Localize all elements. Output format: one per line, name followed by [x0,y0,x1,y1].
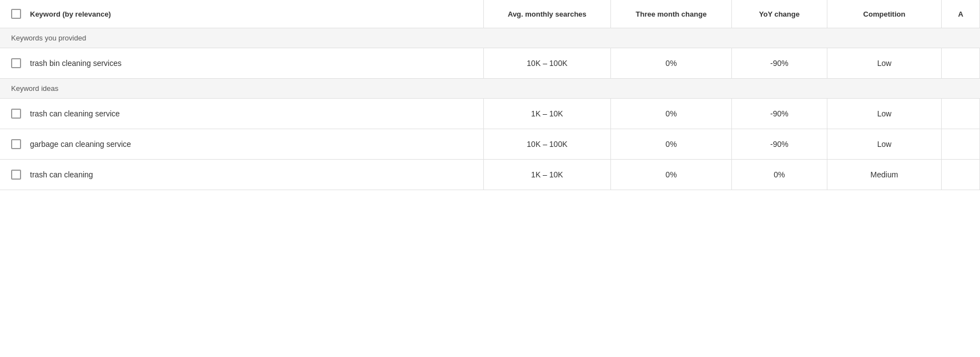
competition: Medium [827,160,941,190]
keyword-text: trash can cleaning service [30,109,120,118]
competition: Low [827,99,941,129]
keyword-cell: trash bin cleaning services [0,48,483,79]
keyword-col-header-label: Keyword (by relevance) [30,10,111,18]
keyword-cell: trash can cleaning [0,160,483,190]
row-checkbox[interactable] [11,58,21,68]
keyword-text: trash bin cleaning services [30,59,122,68]
yoy-change: -90% [731,99,827,129]
avg-monthly-searches: 1K – 10K [483,99,610,129]
keyword-cell: trash can cleaning service [0,99,483,129]
three-month-change: 0% [611,48,732,79]
table-row: trash can cleaning1K – 10K0%0%Medium [0,160,980,190]
competition: Low [827,129,941,160]
section-title-1: Keyword ideas [0,79,980,99]
header-competition-col: Competition [827,0,941,28]
extra-col-cell [942,48,980,79]
table-row: garbage can cleaning service10K – 100K0%… [0,129,980,160]
row-checkbox[interactable] [11,109,21,119]
yoy-change: 0% [731,160,827,190]
yoy-change: -90% [731,48,827,79]
header-yoy-col: YoY change [731,0,827,28]
three-month-change: 0% [611,99,732,129]
section-header-1: Keyword ideas [0,79,980,99]
avg-monthly-searches: 10K – 100K [483,129,610,160]
keyword-cell: garbage can cleaning service [0,129,483,160]
header-extra-col: A [942,0,980,28]
avg-monthly-searches: 1K – 10K [483,160,610,190]
table-body: Keywords you providedtrash bin cleaning … [0,28,980,190]
select-all-checkbox[interactable] [11,9,21,19]
keyword-table-container: Keyword (by relevance) Avg. monthly sear… [0,0,980,190]
extra-col-cell [942,99,980,129]
yoy-change: -90% [731,129,827,160]
competition: Low [827,48,941,79]
section-header-0: Keywords you provided [0,28,980,48]
table-header-row: Keyword (by relevance) Avg. monthly sear… [0,0,980,28]
keyword-text: garbage can cleaning service [30,140,131,149]
extra-col-cell [942,160,980,190]
row-checkbox[interactable] [11,170,21,180]
table-row: trash bin cleaning services10K – 100K0%-… [0,48,980,79]
three-month-change: 0% [611,160,732,190]
keyword-table: Keyword (by relevance) Avg. monthly sear… [0,0,980,190]
table-row: trash can cleaning service1K – 10K0%-90%… [0,99,980,129]
row-checkbox[interactable] [11,139,21,149]
header-three-month-col: Three month change [611,0,732,28]
keyword-text: trash can cleaning [30,170,93,179]
three-month-change: 0% [611,129,732,160]
avg-monthly-searches: 10K – 100K [483,48,610,79]
section-title-0: Keywords you provided [0,28,980,48]
extra-col-cell [942,129,980,160]
header-keyword-col: Keyword (by relevance) [0,0,483,28]
header-avg-col: Avg. monthly searches [483,0,610,28]
